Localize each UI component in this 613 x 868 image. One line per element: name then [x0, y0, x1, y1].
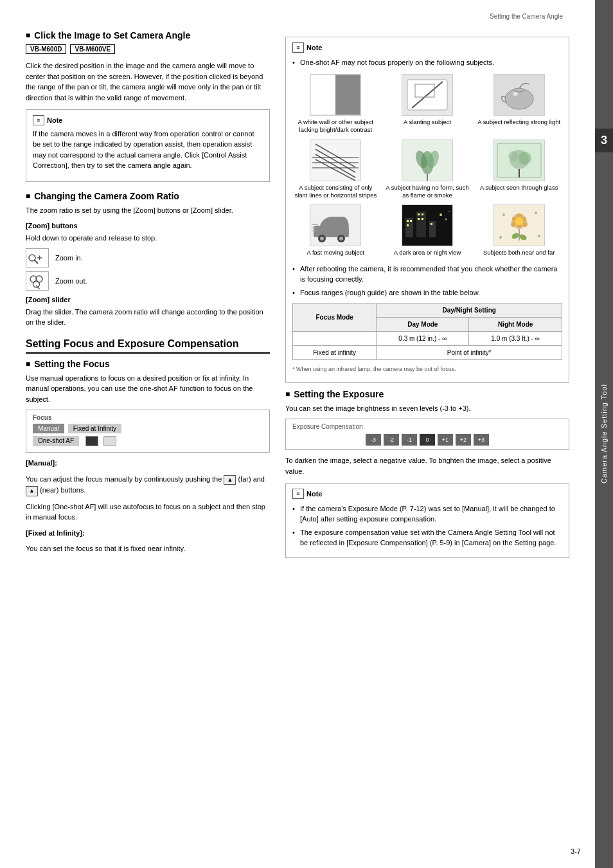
- svg-rect-9: [335, 75, 360, 115]
- subject-slant-label: A slanting subject: [404, 118, 451, 126]
- exposure-note-title: Note: [306, 489, 322, 500]
- focus-table-col2-header: Day/Night Setting: [377, 303, 562, 318]
- svg-rect-53: [407, 224, 409, 226]
- note-icon-3: ≡: [292, 489, 304, 499]
- zoom-body: The zoom ratio is set by using the [Zoom…: [26, 205, 270, 216]
- focus-title: Setting the Focus: [26, 359, 270, 369]
- svg-point-18: [513, 92, 518, 96]
- subject-smoke-img: [402, 140, 453, 181]
- exp-btn-m3[interactable]: -3: [366, 434, 381, 446]
- exposure-note-bullet2: The exposure compensation value set with…: [292, 527, 562, 548]
- exposure-buttons-row: -3 -2 -1 0 +1 +2 +3: [292, 434, 562, 446]
- svg-point-17: [514, 88, 524, 92]
- subject-fast-label: A fast moving subject: [306, 249, 364, 257]
- svg-point-75: [499, 236, 502, 239]
- note-icon-2: ≡: [292, 42, 304, 53]
- svg-point-76: [538, 235, 540, 237]
- subject-lines-img: [310, 140, 361, 181]
- subject-glass: A subject seen through glass: [475, 140, 562, 200]
- exp-btn-p1[interactable]: +1: [438, 434, 453, 446]
- zoom-in-label: Zoom in.: [55, 254, 83, 262]
- af-note-box: ≡ Note One-shot AF may not focus properl…: [285, 37, 569, 383]
- svg-rect-51: [407, 220, 409, 222]
- focus-table-footnote: * When using an infrared lamp, the camer…: [292, 365, 562, 374]
- exposure-box-label: Exposure Compensation: [292, 423, 562, 430]
- exposure-title: Setting the Exposure: [285, 389, 569, 399]
- focus-ui-box: Focus Manual Fixed at Infinity One-shot …: [26, 410, 270, 453]
- click-note-box: ≡ Note If the camera moves in a differen…: [26, 109, 270, 182]
- subject-reflect-img: [493, 74, 545, 116]
- subject-smoke-label: A subject having no form, such as flame …: [384, 184, 471, 200]
- focus-table: Focus Mode Day/Night Setting Day Mode Ni…: [292, 303, 562, 360]
- svg-point-73: [502, 213, 505, 216]
- focus-exposure-section: Setting Focus and Exposure Compensation …: [26, 338, 270, 554]
- fixed-btn[interactable]: Fixed at Infinity: [68, 424, 121, 433]
- model-badge-2: VB-M600VE: [70, 44, 115, 54]
- fixed-title: [Fixed at Infinity]:: [26, 528, 270, 539]
- zoom-out-item: Zoom out.: [26, 271, 270, 291]
- af-note-bullet2: After rebooting the camera, it is recomm…: [292, 264, 562, 285]
- svg-point-62: [445, 219, 447, 221]
- side-tab-label: Camera Angle Setting Tool: [600, 384, 608, 484]
- page-header: Setting the Camera Angle: [26, 13, 569, 20]
- svg-rect-58: [422, 218, 423, 220]
- manual-title: [Manual]:: [26, 458, 270, 469]
- zoom-in-icon: [26, 248, 49, 267]
- exposure-note-bullet1: If the camera's Exposure Mode (P. 7-12) …: [292, 503, 562, 525]
- focus-table-col1: Focus Mode: [293, 303, 377, 332]
- exposure-note-box: ≡ Note If the camera's Exposure Mode (P.…: [285, 483, 569, 558]
- subject-dark: A dark area or night view: [384, 204, 471, 257]
- exp-btn-p3[interactable]: +3: [474, 434, 489, 446]
- zoom-out-icon: [26, 271, 49, 291]
- page-number: 3-7: [571, 847, 581, 855]
- svg-point-74: [535, 212, 537, 214]
- click-title: Click the Image to Set Camera Angle: [26, 30, 270, 41]
- svg-rect-52: [410, 220, 412, 222]
- subject-near-far-label: Subjects both near and far: [483, 249, 555, 257]
- svg-rect-50: [405, 218, 413, 237]
- subject-fast-img: [310, 204, 361, 246]
- manual-btn[interactable]: Manual: [33, 424, 64, 433]
- zoom-in-item: Zoom in.: [26, 248, 270, 267]
- exposure-ui-box: Exposure Compensation -3 -2 -1 0 +1 +2 +…: [285, 419, 569, 450]
- focus-exposure-title: Setting Focus and Exposure Compensation: [26, 338, 270, 354]
- svg-rect-56: [422, 213, 423, 215]
- subject-glass-label: A subject seen through glass: [480, 184, 558, 192]
- near-btn: ▲: [26, 486, 38, 496]
- svg-point-70: [522, 222, 528, 227]
- exposure-body2: To darken the image, select a negative v…: [285, 455, 569, 476]
- svg-point-69: [511, 222, 516, 227]
- subject-wall-img: [310, 74, 361, 116]
- svg-point-43: [320, 237, 324, 240]
- manual-body2: Clicking [One-shot AF] will use autofocu…: [26, 502, 270, 523]
- focus-box-label: Focus: [33, 414, 263, 421]
- exp-btn-p2[interactable]: +2: [456, 434, 471, 446]
- focus-table-row1-label: [293, 332, 377, 346]
- svg-point-36: [519, 152, 531, 165]
- subject-wall-label: A white wall or other subject lacking br…: [292, 118, 379, 134]
- subject-reflect-label: A subject reflecting strong light: [477, 118, 560, 126]
- zoom-slider-body: Drag the slider. The camera zoom ratio w…: [26, 307, 270, 328]
- svg-rect-8: [310, 75, 335, 115]
- svg-rect-60: [431, 223, 432, 225]
- exp-btn-0[interactable]: 0: [420, 434, 435, 446]
- exp-btn-m2[interactable]: -2: [384, 434, 399, 446]
- click-note-body: If the camera moves in a different way f…: [33, 129, 263, 171]
- model-badge-1: VB-M600D: [26, 44, 66, 54]
- subject-fast: A fast moving subject: [292, 204, 379, 257]
- subject-glass-img: [493, 140, 545, 181]
- exposure-body: You can set the image brightness in seve…: [285, 403, 569, 414]
- click-section: Click the Image to Set Camera Angle VB-M…: [26, 30, 270, 182]
- subject-slant-img: [402, 74, 453, 116]
- af-note-bullet1: One-shot AF may not focus properly on th…: [292, 57, 562, 68]
- zoom-section: Changing the Camera Zoom Ratio The zoom …: [26, 191, 270, 328]
- exp-btn-m1[interactable]: -1: [402, 434, 417, 446]
- subject-grid: A white wall or other subject lacking br…: [292, 74, 562, 257]
- focus-table-day: Day Mode: [377, 318, 469, 332]
- subject-near-far-img: [493, 204, 545, 246]
- oneshot-btn[interactable]: One-shot AF: [33, 436, 79, 446]
- note-icon-1: ≡: [33, 115, 44, 125]
- svg-point-72: [515, 217, 523, 225]
- subject-dark-label: A dark area or night view: [394, 249, 461, 257]
- subject-near-far: Subjects both near and far: [475, 204, 562, 257]
